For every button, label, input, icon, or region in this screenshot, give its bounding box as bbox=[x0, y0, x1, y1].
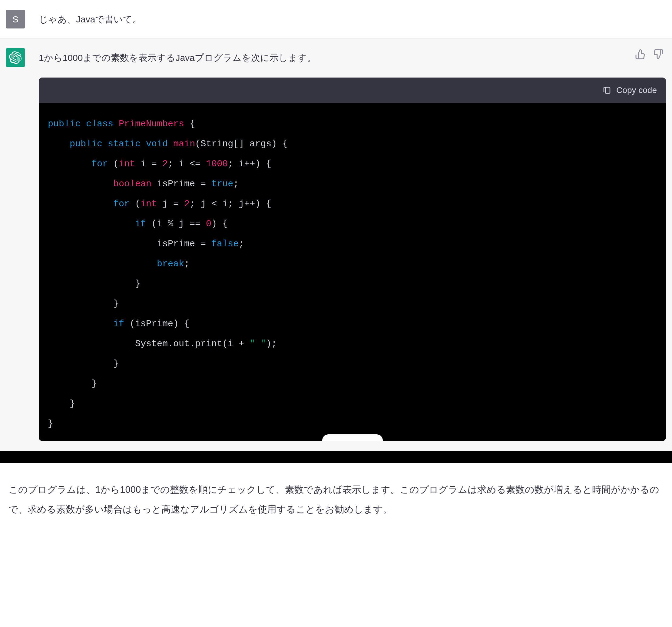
thumbs-up-button[interactable] bbox=[634, 48, 647, 60]
code-header: Copy code bbox=[39, 77, 666, 103]
user-avatar-letter: S bbox=[13, 11, 19, 27]
thumbs-down-icon bbox=[653, 49, 664, 60]
assistant-explanation: このプログラムは、1から1000までの整数を順にチェックして、素数であれば表示し… bbox=[0, 463, 672, 536]
assistant-intro-text: 1から1000までの素数を表示するJavaプログラムを次に示します。 bbox=[39, 50, 666, 66]
code-body: public class PrimeNumbers { public stati… bbox=[39, 103, 666, 441]
assistant-message: 1から1000までの素数を表示するJavaプログラムを次に示します。 bbox=[0, 39, 672, 451]
divider-bar bbox=[0, 451, 672, 463]
user-message: S じゃあ、Javaで書いて。 bbox=[0, 0, 672, 39]
user-message-content: じゃあ、Javaで書いて。 bbox=[39, 10, 666, 28]
code-content: public class PrimeNumbers { public stati… bbox=[48, 114, 657, 434]
copy-code-label: Copy code bbox=[616, 83, 657, 98]
thumbs-down-button[interactable] bbox=[652, 48, 664, 60]
thumbs-up-icon bbox=[635, 49, 646, 60]
code-block: Copy code public class PrimeNumbers { pu… bbox=[39, 77, 666, 441]
copy-code-button[interactable]: Copy code bbox=[602, 83, 657, 98]
code-block-handle bbox=[322, 434, 383, 441]
feedback-controls bbox=[634, 48, 664, 60]
openai-logo-icon bbox=[9, 51, 22, 64]
user-avatar: S bbox=[6, 10, 25, 28]
svg-rect-0 bbox=[605, 87, 610, 93]
assistant-avatar bbox=[6, 48, 25, 67]
clipboard-icon bbox=[602, 86, 611, 95]
